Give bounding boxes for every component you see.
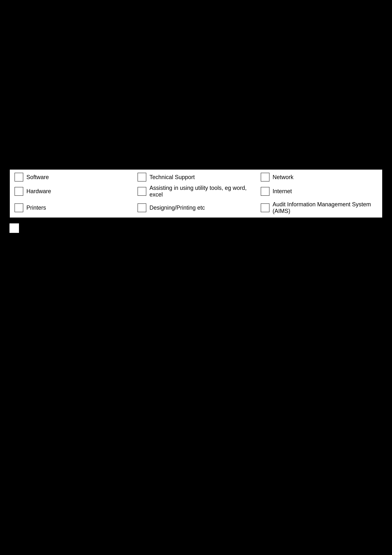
lines-container <box>22 230 383 239</box>
others-label: Others (specify) <box>22 223 62 229</box>
checkbox-item-aims: Audit Information Management System (AIM… <box>261 201 378 214</box>
others-line-inline <box>65 227 383 227</box>
checkbox-grid-container: Software Technical Support Network Hardw… <box>9 169 383 218</box>
form-section: Software Technical Support Network Hardw… <box>9 169 383 239</box>
checkbox-item-designing: Designing/Printing etc <box>138 201 254 214</box>
checkbox-item-internet: Internet <box>261 185 378 198</box>
checkbox-software[interactable] <box>14 173 23 182</box>
checkbox-aims[interactable] <box>261 204 270 212</box>
checkbox-item-software: Software <box>14 173 131 182</box>
checkbox-item-hardware: Hardware <box>14 185 131 198</box>
label-hardware: Hardware <box>26 188 51 195</box>
checkbox-technical-support[interactable] <box>138 173 146 182</box>
checkbox-item-technical-support: Technical Support <box>138 173 254 182</box>
checkbox-network[interactable] <box>261 173 270 182</box>
others-label-row: Others (specify) <box>22 223 383 229</box>
checkbox-grid: Software Technical Support Network Hardw… <box>14 173 378 214</box>
checkbox-printers[interactable] <box>14 204 23 212</box>
checkbox-internet[interactable] <box>261 187 270 196</box>
label-software: Software <box>26 174 49 181</box>
checkbox-hardware[interactable] <box>14 187 23 196</box>
dotted-line-1 <box>22 233 383 233</box>
label-assisting: Assisting in using utility tools, eg wor… <box>150 185 254 198</box>
label-network: Network <box>273 174 293 181</box>
others-content: Others (specify) <box>22 223 383 239</box>
checkbox-item-assisting: Assisting in using utility tools, eg wor… <box>138 185 254 198</box>
checkbox-item-printers: Printers <box>14 201 131 214</box>
checkbox-others[interactable] <box>9 223 19 233</box>
label-technical-support: Technical Support <box>150 174 195 181</box>
others-section: Others (specify) <box>9 223 383 239</box>
label-designing: Designing/Printing etc <box>150 204 205 211</box>
checkbox-assisting[interactable] <box>138 187 146 196</box>
label-aims: Audit Information Management System (AIM… <box>273 201 378 214</box>
label-printers: Printers <box>26 204 46 211</box>
checkbox-item-network: Network <box>261 173 378 182</box>
checkbox-designing[interactable] <box>138 204 146 212</box>
dotted-line-2 <box>22 236 383 236</box>
label-internet: Internet <box>273 188 292 195</box>
